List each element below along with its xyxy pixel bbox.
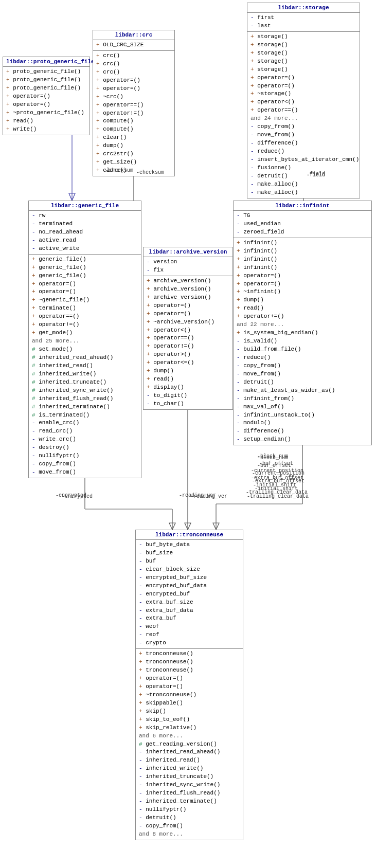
class-generic_file-line: + operator==() <box>32 313 138 321</box>
class-proto_generic_file-section-0: + proto_generic_file()+ proto_generic_fi… <box>3 67 89 135</box>
class-tronconneuse-title: libdar::tronconneuse <box>136 530 243 540</box>
class-storage: libdar::storage- first- last+ storage()+… <box>247 3 360 198</box>
connector-label-8: -initial_shift <box>253 482 296 488</box>
class-infinint-line: - move_from() <box>237 370 368 378</box>
class-generic_file-section-0: - rw- terminated- no_read_ahead- active_… <box>29 211 141 255</box>
class-infinint-line: - reduce() <box>237 354 368 362</box>
class-archive_version-section-0: - version- fix <box>144 257 232 276</box>
class-generic_file-line: - read_crc() <box>32 427 138 436</box>
class-tronconneuse-line: + tronconneuse() <box>139 666 240 675</box>
class-infinint-line: - is_valid() <box>237 337 368 346</box>
diagram-container: libdar::tronconneuse- buf_byte_data- buf… <box>0 0 376 868</box>
class-storage-line: + ~storage() <box>250 90 356 98</box>
class-tronconneuse-line: - inherited_write() <box>139 765 240 773</box>
class-generic_file-line: + operator=() <box>32 288 138 296</box>
svg-marker-1 <box>69 193 75 201</box>
class-crc-line: + crc2str() <box>96 150 171 158</box>
class-proto_generic_file-line: + operator=() <box>6 93 86 101</box>
class-archive_version-line: + operator=() <box>147 310 229 318</box>
class-infinint-line: + infinint() <box>237 264 368 272</box>
class-archive_version-line: + operator>() <box>147 351 229 359</box>
class-tronconneuse-section-1: + tronconneuse()+ tronconneuse()+ tronco… <box>136 649 243 840</box>
class-archive_version-line: + display() <box>147 384 229 392</box>
class-storage-line: + storage() <box>250 41 356 49</box>
connector-label-6: -current_position <box>251 468 303 474</box>
class-tronconneuse-line: + operator=() <box>139 683 240 691</box>
class-tronconneuse-line: - extra_buf <box>139 614 240 623</box>
class-storage-line: + operator<() <box>250 98 356 106</box>
class-infinint: libdar::infinint- TG- used_endian- zeroe… <box>233 201 372 445</box>
class-storage-line: - last <box>250 22 356 30</box>
class-generic_file-line: - no_read_ahead <box>32 228 138 237</box>
class-infinint-line: - modulo() <box>237 419 368 427</box>
class-tronconneuse-line: + ~tronconneuse() <box>139 691 240 699</box>
class-tronconneuse-line: - buf_size <box>139 549 240 557</box>
class-archive_version-line: - version <box>147 258 229 266</box>
class-generic_file-title: libdar::generic_file <box>29 201 141 211</box>
class-archive_version-line: + operator<() <box>147 327 229 335</box>
class-proto_generic_file-line: + ~proto_generic_file() <box>6 109 86 117</box>
class-tronconneuse-line: - clear_block_size <box>139 566 240 574</box>
class-generic_file-line: + ~generic_file() <box>32 296 138 304</box>
class-tronconneuse-line: - nullifyptr() <box>139 806 240 814</box>
class-crc-line: + operator==() <box>96 101 171 110</box>
class-storage-line: - move_from() <box>250 131 356 139</box>
class-infinint-line: + read() <box>237 304 368 313</box>
class-proto_generic_file-line: + proto_generic_file() <box>6 68 86 76</box>
class-tronconneuse: libdar::tronconneuse- buf_byte_data- buf… <box>135 530 243 840</box>
class-storage-line: + storage() <box>250 33 356 41</box>
class-generic_file-line: # inherited_read_ahead() <box>32 354 138 362</box>
class-infinint-title: libdar::infinint <box>234 201 371 211</box>
class-tronconneuse-line: - inherited_read_ahead() <box>139 748 240 756</box>
class-crc-line: + crc() <box>96 68 171 77</box>
class-archive_version-line: + dump() <box>147 367 229 375</box>
connector-label-3: -reading_ver <box>179 493 216 498</box>
class-infinint-line: - copy_from() <box>237 362 368 370</box>
class-storage-section-0: - first- last <box>247 13 360 32</box>
class-storage-line: and 24 more... <box>250 115 356 123</box>
class-crc-title: libdar::crc <box>93 30 174 40</box>
class-tronconneuse-section-0: - buf_byte_data- buf_size- buf- clear_bl… <box>136 540 243 649</box>
class-crc: libdar::crc+ OLD_CRC_SIZE+ crc()+ crc()+… <box>93 30 175 176</box>
class-tronconneuse-line: + skip() <box>139 708 240 716</box>
class-infinint-line: - difference() <box>237 427 368 436</box>
class-infinint-line: - max_val_of() <box>237 403 368 411</box>
class-archive_version-line: + operator!=() <box>147 342 229 351</box>
class-tronconneuse-line: - inherited_truncate() <box>139 773 240 781</box>
class-archive_version-section-1: + archive_version()+ archive_version()+ … <box>144 276 232 409</box>
class-generic_file-line: + operator=() <box>32 280 138 288</box>
class-infinint-line: + infinint() <box>237 239 368 247</box>
class-infinint-line: and 22 more... <box>237 321 368 329</box>
class-storage-line: - detruit() <box>250 172 356 180</box>
class-tronconneuse-line: and 6 more... <box>139 732 240 740</box>
class-generic_file-line: # inherited_read() <box>32 362 138 370</box>
label-checksum: -checksum <box>136 170 164 175</box>
class-storage-line: + storage() <box>250 58 356 66</box>
class-generic_file-line: - rw <box>32 212 138 220</box>
connector-label-2: -encrypted <box>56 493 86 498</box>
class-generic_file-line: - terminated <box>32 220 138 228</box>
class-infinint-line: + operator+=() <box>237 313 368 321</box>
class-archive_version-line: + operator==() <box>147 334 229 342</box>
class-infinint-line: + infinint() <box>237 256 368 264</box>
class-generic_file-section-1: + generic_file()+ generic_file()+ generi… <box>29 255 141 478</box>
class-archive_version-line: + operator<=() <box>147 359 229 367</box>
svg-marker-12 <box>185 523 191 530</box>
class-tronconneuse-line: # get_reading_version() <box>139 740 240 749</box>
class-proto_generic_file-line: + proto_generic_file() <box>6 76 86 84</box>
class-storage-section-1: + storage()+ storage()+ storage()+ stora… <box>247 32 360 198</box>
class-tronconneuse-line: - detruit() <box>139 814 240 822</box>
class-proto_generic_file-line: + proto_generic_file() <box>6 84 86 93</box>
class-crc-line: + operator=() <box>96 85 171 93</box>
class-tronconneuse-line: - encrypted_buf <box>139 590 240 599</box>
class-infinint-line: - build_from_file() <box>237 346 368 354</box>
connector-label-7: -extra_buf_offset <box>251 475 303 481</box>
class-generic_file-line: + operator!=() <box>32 321 138 329</box>
class-infinint-line: - used_endian <box>237 220 368 228</box>
class-tronconneuse-line: - buf_byte_data <box>139 541 240 549</box>
class-archive_version-line: - to_digit() <box>147 392 229 400</box>
connector-label-0: -checksum <box>105 168 133 173</box>
class-proto_generic_file: libdar::proto_generic_file+ proto_generi… <box>3 57 90 135</box>
class-archive_version-line: - to_char() <box>147 400 229 408</box>
class-generic_file-line: # inherited_sync_write() <box>32 387 138 395</box>
